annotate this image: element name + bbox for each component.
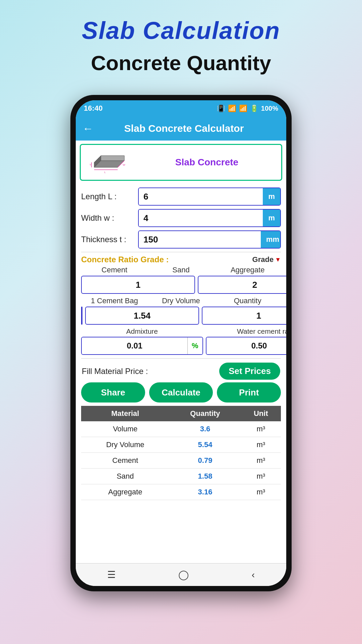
bag-col-headers: 1 Cement Bag Dry Volume Quantity: [81, 297, 281, 305]
table-row: Cement0.79m³: [81, 453, 281, 469]
length-input-group: m: [138, 187, 281, 206]
grade-selector[interactable]: Grade ▼: [252, 255, 281, 264]
back-nav-icon[interactable]: ‹: [252, 570, 255, 580]
thickness-row: Thickness t : mm: [81, 230, 281, 249]
phone-screen: 16:40 📳 📶 📶 🔋 100% ← Slab Concrete Calcu…: [76, 100, 286, 586]
width-input[interactable]: [139, 210, 263, 226]
dry-vol-header: Dry Volume: [148, 297, 215, 305]
table-cell-quantity: 0.79: [169, 453, 241, 469]
calculate-button[interactable]: Calculate: [149, 382, 213, 402]
fill-price-label: Fill Material Price :: [82, 367, 148, 376]
bag-inputs: kg: [81, 307, 281, 325]
table-cell-material: Aggregate: [81, 484, 169, 500]
grade-label: Grade: [252, 255, 274, 264]
table-cell-unit: m³: [241, 453, 281, 469]
svg-text:W: W: [123, 163, 125, 166]
table-row: Volume3.6m³: [81, 421, 281, 437]
ratio-inputs: [81, 276, 281, 294]
table-cell-unit: m³: [241, 437, 281, 453]
home-icon[interactable]: ◯: [178, 569, 189, 580]
length-label: Length L :: [81, 192, 135, 201]
divider-1: [81, 252, 281, 252]
admixture-input-wrapper: %: [81, 337, 203, 355]
form-section: Length L : m Width w : m Thickness t :: [76, 184, 286, 563]
status-time: 16:40: [84, 104, 103, 113]
length-unit-badge: m: [263, 188, 280, 205]
table-row: Aggregate3.16m³: [81, 484, 281, 500]
set-prices-button[interactable]: Set Prices: [219, 363, 280, 380]
width-unit-badge: m: [263, 210, 280, 226]
table-cell-unit: m³: [241, 484, 281, 500]
share-button[interactable]: Share: [81, 382, 145, 402]
slab-image-section: T L W Slab Concrete: [80, 144, 282, 181]
water-cement-input-wrapper: %: [206, 337, 286, 355]
sand-ratio-input[interactable]: [198, 276, 286, 294]
bag-header: 1 Cement Bag: [81, 297, 148, 305]
header-title: Slab Concrete Calculator: [99, 123, 269, 134]
cement-header: Cement: [81, 266, 148, 274]
divider-2: [81, 358, 281, 359]
admixture-label: Admixture: [81, 327, 203, 335]
svg-text:T: T: [89, 163, 91, 166]
ratio-col-headers: Cement Sand Aggregate: [81, 266, 281, 274]
quantity-header: Quantity: [214, 297, 281, 305]
page-subtitle: Concrete Quantity: [91, 51, 271, 75]
width-input-group: m: [138, 209, 281, 227]
table-row: Dry Volume5.54m³: [81, 437, 281, 453]
table-cell-unit: m³: [241, 421, 281, 437]
aggregate-header: Aggregate: [214, 266, 281, 274]
table-cell-material: Dry Volume: [81, 437, 169, 453]
quantity-input[interactable]: [202, 307, 286, 325]
back-button[interactable]: ←: [82, 122, 93, 135]
admixture-row: Admixture % Water cement ratio %: [81, 327, 281, 355]
signal-icon: 📶: [228, 104, 236, 112]
phone-frame: 16:40 📳 📶 📶 🔋 100% ← Slab Concrete Calcu…: [70, 95, 292, 591]
table-cell-unit: m³: [241, 469, 281, 484]
thickness-input-group: mm: [138, 230, 281, 249]
vibrate-icon: 📳: [217, 104, 225, 112]
water-cement-section: Water cement ratio %: [206, 327, 286, 355]
slab-diagram: T L W: [87, 149, 131, 176]
battery-icon: 🔋: [250, 104, 258, 112]
thickness-input[interactable]: [139, 231, 261, 248]
table-row: Sand1.58m³: [81, 469, 281, 484]
table-header-unit: Unit: [241, 406, 281, 421]
fill-price-row: Fill Material Price : Set Prices: [81, 363, 281, 380]
width-label: Width w :: [81, 213, 135, 223]
width-row: Width w : m: [81, 209, 281, 227]
phone-bottom-bar: ☰ ◯ ‹: [76, 563, 286, 586]
table-cell-material: Cement: [81, 453, 169, 469]
admixture-unit: %: [187, 337, 202, 354]
water-cement-label: Water cement ratio: [206, 327, 286, 335]
signal-icon2: 📶: [239, 104, 247, 112]
length-input[interactable]: [139, 188, 263, 205]
admixture-input[interactable]: [82, 337, 187, 354]
print-button[interactable]: Print: [217, 382, 281, 402]
dry-vol-input[interactable]: [85, 307, 199, 325]
table-cell-quantity: 3.16: [169, 484, 241, 500]
table-cell-quantity: 1.58: [169, 469, 241, 484]
page-title: Slab Calculation: [82, 17, 280, 44]
cement-ratio-input[interactable]: [81, 276, 195, 294]
action-buttons: Share Calculate Print: [81, 382, 281, 402]
table-cell-material: Sand: [81, 469, 169, 484]
length-row: Length L : m: [81, 187, 281, 206]
menu-icon[interactable]: ☰: [107, 569, 116, 580]
ratio-label: Concrete Ratio Grade :: [81, 255, 169, 264]
admixture-section: Admixture %: [81, 327, 203, 355]
table-header-material: Material: [81, 406, 169, 421]
water-cement-input[interactable]: [206, 337, 286, 354]
bag-input-wrapper: kg: [81, 307, 82, 325]
ratio-header: Concrete Ratio Grade : Grade ▼: [81, 255, 281, 264]
bag-weight-input[interactable]: [82, 307, 82, 324]
slab-label: Slab Concrete: [139, 157, 275, 168]
battery-percent: 100%: [261, 105, 278, 112]
thickness-label: Thickness t :: [81, 235, 135, 244]
table-cell-material: Volume: [81, 421, 169, 437]
svg-marker-2: [101, 156, 124, 161]
status-bar: 16:40 📳 📶 📶 🔋 100%: [76, 100, 286, 116]
thickness-unit-badge: mm: [261, 231, 281, 248]
status-icons: 📳 📶 📶 🔋 100%: [217, 104, 278, 112]
sand-header: Sand: [148, 266, 215, 274]
grade-dropdown-arrow: ▼: [275, 256, 281, 263]
